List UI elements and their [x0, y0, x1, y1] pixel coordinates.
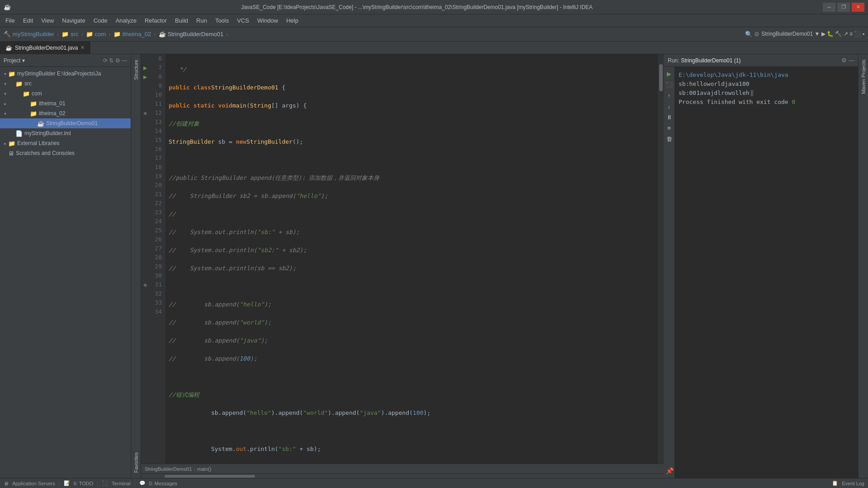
tab-close-icon[interactable]: ✕: [80, 45, 85, 51]
code-line-21: // sb.append("java");: [169, 336, 654, 345]
tree-item-src[interactable]: ▾ 📁 src: [0, 79, 131, 89]
line-gutter: ▶ ▶ ◆: [141, 54, 165, 464]
tab-stringbuilderdemo01[interactable]: ☕ StringBuilderDemo01.java ✕: [0, 42, 90, 54]
menu-file[interactable]: File: [2, 16, 19, 25]
main-container: ☕ StringBuilderDemo01.java ✕ Project ▾ ⟳…: [0, 42, 868, 488]
run-panel-close[interactable]: —: [849, 57, 854, 64]
menu-tools[interactable]: Tools: [212, 16, 232, 25]
tab-bar: ☕ StringBuilderDemo01.java ✕: [0, 42, 868, 54]
folder-icon2: 📁: [15, 80, 23, 87]
breadcrumb-com[interactable]: com: [95, 31, 106, 38]
vtab-favorites[interactable]: Favorites: [132, 447, 140, 478]
run-up-button[interactable]: ↑: [664, 90, 674, 100]
run-down-button[interactable]: ↓: [664, 101, 674, 111]
run-panel-settings[interactable]: ⚙: [841, 57, 847, 64]
tree-item-myStringBuilder[interactable]: ▾ 📁 myStringBuilder E:\IdeaProjects\Ja: [0, 69, 131, 79]
code-line-16: // System.out.println("sb2:" + sb2);: [169, 246, 654, 255]
code-line-17: // System.out.println(sb == sb2);: [169, 264, 654, 273]
line-numbers: 6 7 8 9 10 11 12 13 14 15 16 17 18 19: [149, 54, 165, 464]
title-icon: ☕: [4, 4, 11, 10]
breadcrumb-project[interactable]: myStringBuilder: [13, 31, 54, 38]
breadcrumb-itheima02[interactable]: itheima_02: [123, 31, 151, 38]
code-line-22: // sb.append(100);: [169, 354, 654, 363]
tree-item-external-libs[interactable]: ▸ 📁 External Libraries: [0, 138, 131, 148]
menu-analyze[interactable]: Analyze: [112, 16, 140, 25]
iml-icon: 📄: [15, 130, 23, 137]
gutter-column: ▶ ▶ ◆: [141, 54, 149, 464]
editor-area: ▶ ▶ ◆: [141, 54, 664, 478]
menu-refactor[interactable]: Refactor: [141, 16, 170, 25]
minimize-button[interactable]: ─: [823, 3, 835, 12]
run-toolbar: ▶ ⬛ ↑ ↓ ⏸ ≡ 🗑 📌: [664, 67, 675, 478]
code-line-19: // sb.append("hello");: [169, 300, 654, 309]
restore-button[interactable]: ❐: [837, 3, 850, 12]
toolbar-settings[interactable]: ⚙: [754, 31, 760, 38]
folder-icon: 📁: [8, 70, 15, 77]
code-line-24: //链式编程: [169, 390, 654, 399]
menu-help[interactable]: Help: [283, 16, 302, 25]
sidebar-tree: ▾ 📁 myStringBuilder E:\IdeaProjects\Ja ▾…: [0, 67, 131, 478]
run-label: Run:: [668, 57, 679, 64]
tab-label: StringBuilderDemo01.java: [15, 45, 78, 51]
bottom-sep2: |: [97, 481, 98, 486]
code-line-25: sb.append("hello").append("world").appen…: [169, 408, 654, 418]
breadcrumb-src[interactable]: src: [71, 31, 78, 38]
editor-bc-class[interactable]: StringBuilderDemo01: [145, 466, 192, 472]
run-output-line1: E:\develop\Java\jdk-11\bin\java: [679, 70, 854, 80]
sidebar-header: Project ▾ ⟳ ⇅ ⚙ —: [0, 54, 131, 67]
breadcrumb-folder-icon: 📁: [61, 31, 69, 38]
editor-bc-method[interactable]: main(): [197, 466, 211, 472]
bottom-bar: 🖥 Application Servers | 📝 6: TODO | ⬛ Te…: [0, 478, 868, 488]
right-tab-maven[interactable]: Maven Projects: [859, 54, 868, 99]
hscrollbar-thumb[interactable]: [165, 475, 255, 478]
editor-hscrollbar[interactable]: [141, 474, 664, 478]
menu-edit[interactable]: Edit: [19, 16, 37, 25]
folder-icon4: 📁: [30, 100, 37, 107]
code-content[interactable]: */ public class StringBuilderDemo01 { pu…: [165, 54, 657, 464]
menu-code[interactable]: Code: [90, 16, 111, 25]
bottom-todo[interactable]: 6: TODO: [74, 481, 94, 486]
menu-view[interactable]: View: [38, 16, 57, 25]
menu-window[interactable]: Window: [254, 16, 282, 25]
breadcrumb-bar: 🔨 myStringBuilder › 📁 src › 📁 com › 📁 it…: [0, 27, 868, 42]
tree-item-scratches[interactable]: 🖥 Scratches and Consoles: [0, 148, 131, 158]
editor-scrollbar-track[interactable]: [657, 54, 664, 464]
run-output-line3: sb:001avajdlrowolleh|: [679, 89, 854, 98]
breadcrumb-file[interactable]: StringBuilderDemo01: [168, 31, 224, 38]
tree-item-itheima01[interactable]: ▸ 📁 itheima_01: [0, 99, 131, 108]
menu-navigate[interactable]: Navigate: [58, 16, 89, 25]
close-button[interactable]: ✕: [852, 3, 864, 12]
code-line-20: // sb.append("world");: [169, 318, 654, 327]
tree-item-com[interactable]: ▾ 📁 com: [0, 89, 131, 99]
bottom-app-servers[interactable]: Application Servers: [12, 481, 55, 486]
run-output-line2: sb:helloworldjava100: [679, 80, 854, 89]
run-stop-button[interactable]: ⬛: [664, 80, 674, 89]
code-line-18: [169, 282, 654, 291]
sidebar-tools[interactable]: ⟳ ⇅ ⚙ —: [103, 57, 127, 64]
vtab-structure[interactable]: Structure: [132, 54, 140, 85]
run-settings-button[interactable]: ≡: [664, 123, 674, 133]
tree-item-stringbuilderdemo01[interactable]: ☕ StringBuilderDemo01: [0, 118, 131, 128]
pin-icon: 📌: [664, 465, 675, 476]
sidebar-title: Project ▾: [4, 57, 101, 64]
code-line-12: //public StringBuilder append(任意类型): 添加数…: [169, 174, 654, 183]
run-pause-button[interactable]: ⏸: [664, 112, 674, 122]
toolbar-search[interactable]: 🔍: [745, 31, 752, 38]
messages-icon: 💬: [139, 480, 146, 486]
code-line-10: StringBuilder sb = new StringBuilder();: [169, 137, 654, 146]
run-panel-header: Run: StringBuilderDemo01 (1) ⚙ —: [664, 54, 858, 67]
app-icon: ☕: [4, 4, 11, 10]
menu-build[interactable]: Build: [171, 16, 192, 25]
tree-item-iml[interactable]: 📄 myStringBuilder.iml: [0, 128, 131, 138]
bottom-messages[interactable]: 0: Messages: [149, 481, 177, 486]
bottom-event-log[interactable]: Event Log: [842, 481, 864, 486]
menu-run[interactable]: Run: [193, 16, 211, 25]
bottom-sep3: |: [134, 481, 136, 486]
editor-scrollbar-thumb[interactable]: [659, 64, 663, 91]
tree-item-itheima02[interactable]: ▾ 📁 itheima_02: [0, 108, 131, 118]
run-delete-button[interactable]: 🗑: [664, 134, 674, 144]
run-rerun-button[interactable]: ▶: [664, 69, 674, 79]
code-line-6: */: [169, 65, 654, 74]
menu-vcs[interactable]: VCS: [233, 16, 253, 25]
bottom-terminal[interactable]: Terminal: [112, 481, 131, 486]
